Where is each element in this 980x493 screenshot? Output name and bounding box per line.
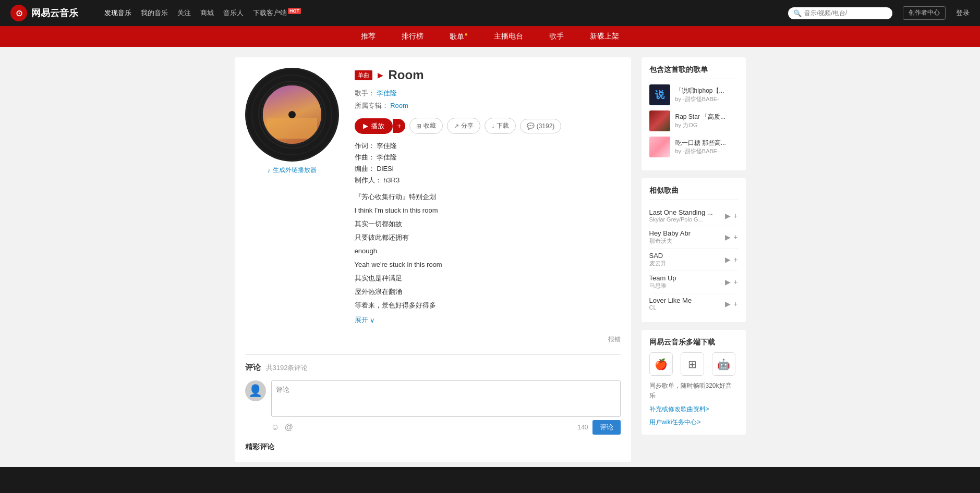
at-icon[interactable]: @ <box>285 423 293 432</box>
playlist-thumb-1 <box>649 110 670 131</box>
similar-actions-4: ▶ + <box>725 300 737 308</box>
playlist-item-1[interactable]: Rap Star 「高质... by 力OG <box>649 110 738 131</box>
char-count-row: 140 评论 <box>577 420 620 435</box>
similar-song-artist-4: CL <box>649 304 721 311</box>
nav-follow[interactable]: 关注 <box>177 8 191 18</box>
comments-title: 评论 共3192条评论 <box>245 363 621 373</box>
playlist-author-1: by 力OG <box>675 121 738 129</box>
artist-link[interactable]: 李佳隆 <box>377 89 397 97</box>
share-button[interactable]: ↗ 分享 <box>447 118 480 134</box>
edit-song-link[interactable]: 补充或修改歌曲资料> <box>649 405 738 414</box>
ios-download-icon[interactable]: 🍎 <box>649 352 673 376</box>
wiki-link[interactable]: 用户wiki任务中心> <box>649 418 738 427</box>
playlist-item-2[interactable]: 吃一口糖 那些高... by -甜饼怪BABE- <box>649 137 738 157</box>
comment-textarea[interactable] <box>271 380 621 417</box>
chevron-down-icon: ∨ <box>370 316 375 324</box>
windows-icon: ⊞ <box>688 358 697 371</box>
share-icon: ↗ <box>454 122 459 130</box>
red-nav: 推荐 排行榜 歌单● 主播电台 歌手 新碟上架 <box>0 26 980 47</box>
nav-mymusic[interactable]: 我的音乐 <box>141 8 168 18</box>
similar-song-1[interactable]: Hey Baby Abr 那奇沃夫 ▶ + <box>649 226 738 249</box>
sim-add-1[interactable]: + <box>733 233 737 241</box>
nav-download[interactable]: 下载客户端HOT <box>253 8 301 18</box>
song-title-row: 单曲 ▶ Room <box>355 68 621 82</box>
comment-input-area: 👤 <box>245 380 621 417</box>
report-link[interactable]: 报错 <box>608 336 621 343</box>
lyrics-section: 作词： 李佳隆 作曲： 李佳隆 编曲： DiESi 制作人： h3R3 <box>355 141 621 325</box>
comment-button[interactable]: 💬 (3192) <box>520 119 561 133</box>
tag-single: 单曲 <box>355 70 372 80</box>
nav-musician[interactable]: 音乐人 <box>223 8 244 18</box>
sim-play-3[interactable]: ▶ <box>725 278 731 286</box>
similar-songs-card: 相似歌曲 Last One Standing ... Skylar Grey/P… <box>642 178 746 322</box>
sim-add-4[interactable]: + <box>733 300 737 308</box>
lyric-line-3: 只要彼此都还拥有 <box>355 231 621 244</box>
rednav-charts[interactable]: 排行榜 <box>399 32 426 41</box>
lyric-line-6: 其实也是种满足 <box>355 272 621 285</box>
expand-lyrics-link[interactable]: 展开 ∨ <box>355 315 375 325</box>
similar-song-name-1: Hey Baby Abr <box>649 229 721 237</box>
similar-song-info-1: Hey Baby Abr 那奇沃夫 <box>649 229 721 245</box>
lyric-line-5: Yeah we're stuck in this room <box>355 258 621 272</box>
similar-song-name-3: Team Up <box>649 274 721 282</box>
sim-play-4[interactable]: ▶ <box>725 300 731 308</box>
similar-song-name-0: Last One Standing ... <box>649 208 721 216</box>
logo: ⊙ 网易云音乐 <box>10 5 94 21</box>
similar-song-3[interactable]: Team Up 马思唯 ▶ + <box>649 271 738 293</box>
playlist-thumb-0: 说 <box>649 84 670 105</box>
album-art: ♪ 生成外链播放器 <box>245 68 339 162</box>
sim-add-3[interactable]: + <box>733 278 737 286</box>
similar-song-info-4: Lover Like Me CL <box>649 297 721 311</box>
sim-add-2[interactable]: + <box>733 255 737 264</box>
external-link[interactable]: ♪ 生成外链播放器 <box>245 166 339 175</box>
user-avatar: 👤 <box>245 380 266 401</box>
rednav-artist[interactable]: 歌手 <box>547 32 566 41</box>
sim-play-1[interactable]: ▶ <box>725 233 731 241</box>
submit-comment-button[interactable]: 评论 <box>592 420 621 435</box>
emoji-icon[interactable]: ☺ <box>271 423 280 432</box>
sim-add-0[interactable]: + <box>733 212 737 220</box>
windows-download-icon[interactable]: ⊞ <box>681 352 704 376</box>
rednav-playlist[interactable]: 歌单● <box>447 31 470 42</box>
comment-actions: ☺ @ 140 评论 <box>245 420 621 435</box>
sim-play-0[interactable]: ▶ <box>725 212 731 220</box>
lyric-line-4: enough <box>355 244 621 258</box>
lyric-line-1: I think I'm stuck in this room <box>355 204 621 217</box>
fine-comments-label: 精彩评论 <box>245 442 621 452</box>
album-link[interactable]: Room <box>390 102 408 109</box>
download-icon: ↓ <box>491 122 494 130</box>
search-input[interactable] <box>804 9 882 17</box>
sidebar: 包含这首歌的歌单 说 「说唱hiphop【... by -甜饼怪BABE- Ra… <box>642 57 746 462</box>
lyric-line-7: 屋外热浪在翻涌 <box>355 285 621 299</box>
sim-play-2[interactable]: ▶ <box>725 255 731 264</box>
similar-song-2[interactable]: SAD 麦云升 ▶ + <box>649 249 738 271</box>
composer-meta: 作曲： 李佳隆 <box>355 153 621 162</box>
creator-center-button[interactable]: 创作者中心 <box>903 6 946 20</box>
rednav-radio[interactable]: 主播电台 <box>491 32 526 41</box>
nav-discover[interactable]: 发现音乐 <box>104 8 131 18</box>
similar-song-info-0: Last One Standing ... Skylar Grey/Polo G… <box>649 208 721 223</box>
tag-arrow-icon: ▶ <box>378 71 383 79</box>
search-box: 🔍 <box>788 7 892 19</box>
artist-row: 歌手： 李佳隆 <box>355 89 621 98</box>
content-area: ♪ 生成外链播放器 单曲 ▶ Room 歌手： 李佳隆 所属专辑： Room <box>235 57 631 462</box>
login-link[interactable]: 登录 <box>956 8 970 18</box>
rednav-newalbum[interactable]: 新碟上架 <box>587 32 622 41</box>
similar-song-artist-2: 麦云升 <box>649 260 721 267</box>
download-button[interactable]: ↓ 下载 <box>485 118 516 134</box>
playlist-name-2: 吃一口糖 那些高... <box>675 139 738 147</box>
similar-song-0[interactable]: Last One Standing ... Skylar Grey/Polo G… <box>649 205 738 226</box>
play-add-button[interactable]: + <box>393 119 406 133</box>
android-download-icon[interactable]: 🤖 <box>712 352 735 376</box>
album-label: ♪ 生成外链播放器 <box>245 166 339 175</box>
similar-song-info-3: Team Up 马思唯 <box>649 274 721 290</box>
collect-button[interactable]: ⊞ 收藏 <box>409 118 443 134</box>
playlist-name-0: 「说唱hiphop【... <box>675 87 738 95</box>
playlist-item-0[interactable]: 说 「说唱hiphop【... by -甜饼怪BABE- <box>649 84 738 105</box>
collect-icon: ⊞ <box>416 122 421 130</box>
similar-song-4[interactable]: Lover Like Me CL ▶ + <box>649 293 738 314</box>
play-button[interactable]: ▶ 播放 <box>355 118 393 134</box>
nav-shop[interactable]: 商城 <box>200 8 214 18</box>
similar-song-artist-1: 那奇沃夫 <box>649 237 721 245</box>
rednav-recommend[interactable]: 推荐 <box>358 32 378 41</box>
